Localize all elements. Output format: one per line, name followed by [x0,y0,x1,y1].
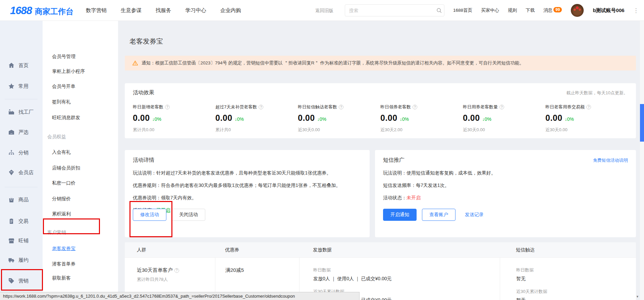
sms-label-yesterday: 昨日数据 [516,267,635,273]
metric-value: 0.00 [215,113,232,123]
scrollbar-track[interactable] [640,21,644,300]
sidebar-item-distribution[interactable]: 分销 [0,148,43,158]
menu-item-acquire-new-customers[interactable]: 获取新客 [52,275,71,282]
sidebar-item-favorites[interactable]: 常用 [0,81,43,91]
status-disabled: 未开启 [407,195,421,200]
close-activity-button[interactable]: 关闭活动 [172,209,205,221]
storefront-icon [8,237,15,244]
warehouse-icon [8,129,15,136]
metric-delta: ↓0% [152,116,161,122]
sms-section-title: 短信推广 [383,157,405,164]
search-input[interactable] [345,8,434,13]
sms-value-yesterday: 暂无 [516,276,635,282]
factory-icon [8,109,15,115]
sidebar-item-member-store[interactable]: 会员店 [0,167,43,178]
message-count-badge: 99 [553,7,562,12]
metric-delta: ↓0% [235,116,244,122]
account-avatar[interactable] [571,4,584,17]
sidebar-item-find-factory[interactable]: 找工厂 [0,107,43,117]
menu-item-member-billing[interactable]: 会员号开单 [52,84,75,90]
metric-delta: ↓0% [482,116,491,122]
menu-item-shopkeeper-miniapp[interactable]: 掌柜上新小程序 [52,68,85,75]
effect-section-title: 活动效果 [133,89,154,96]
menu-item-wangwang-broadcast[interactable]: 旺旺消息群发 [52,115,80,121]
menu-item-checkin-gift[interactable]: 签到有礼 [52,99,71,106]
detail-coupon-rule: 优惠券规则：符合条件的老客在30天内最多领取1次优惠券；每笔订单只能使用1张券，… [133,183,362,189]
sidebar-item-strict-selection[interactable]: 严选 [0,127,43,137]
coupon-name: 满20减5 [225,267,299,273]
link-buyer-center[interactable]: 买家中心 [481,7,499,13]
help-icon[interactable]: ? [259,105,263,109]
free-sms-help-link[interactable]: 免费短信活动说明 [593,157,628,163]
nav-find-services[interactable]: 找服务 [156,7,171,14]
sidebar-item-marketing[interactable]: 营销 [0,276,43,286]
link-download[interactable]: 下载 [526,7,535,13]
help-icon[interactable]: ? [586,105,591,109]
sidebar-item-products[interactable]: 商品 [0,195,43,205]
menu-item-old-customer-coupon[interactable]: 老客发券宝 [52,246,75,252]
menu-item-private-price[interactable]: 私密一口价 [52,180,75,187]
view-account-button[interactable]: 查看账户 [422,209,455,221]
account-name[interactable]: b测试账号006 [593,7,624,14]
logo-1688[interactable]: 1688 商家工作台 [10,5,73,17]
activity-detail-card: 活动详情 玩法说明：针对超过7天未补货的老客发送优惠券，且每种类型老客近30天只… [125,150,370,237]
detail-coupon-note: 优惠券说明：领取7天内有效。 [133,195,362,201]
modify-activity-button[interactable]: 修改活动 [133,209,166,221]
tag-icon [8,278,15,284]
nav-business-advisor[interactable]: 生意参谋 [121,7,142,14]
menu-item-prospect-first-order-coupon[interactable]: 潜客首单券 [52,261,75,268]
primary-sidebar: 首页 常用 找工厂 严选 分销 会员店 商品 交易 旺铺 履约 营销 [0,21,43,300]
metric-value: 0.00 [298,113,315,123]
sidebar-item-shop[interactable]: 旺铺 [0,236,43,246]
search-icon[interactable] [434,7,444,13]
send-record-link[interactable]: 发送记录 [465,212,484,218]
help-icon[interactable]: ? [413,105,417,109]
menu-item-member-account-mgmt[interactable]: 会员号管理 [52,54,75,60]
activity-effect-card: 活动效果 截止昨天数据，每天10点更新。 昨日新增老客数? 0.00↓0% 累计… [125,83,636,138]
link-rules[interactable]: 规则 [508,7,517,13]
link-messages[interactable]: 消息 99 [543,7,562,13]
send-line-yesterday: 发放0人 ｜ 使用0人 ｜ 已成交¥0.00元 [313,276,500,282]
link-1688-home[interactable]: 1688首页 [453,7,472,13]
nav-enterprise-purchase[interactable]: 企业内购 [220,7,241,14]
nav-digital-marketing[interactable]: 数字营销 [86,7,107,14]
menu-item-join-gift[interactable]: 入会有礼 [52,149,71,156]
enable-notification-button[interactable]: 开启通知 [383,209,417,221]
metric-sub: 近30天2.00 [380,127,463,133]
detail-play-description: 玩法说明：针对超过7天未补货的老客发送优惠券，且每种类型老客近30天只能领取1张… [133,170,362,176]
sidebar-item-trade[interactable]: 交易 [0,216,43,226]
help-icon[interactable]: ? [165,105,170,109]
send-label-yesterday: 昨日数据 [313,267,500,273]
scroll-down-arrow-icon[interactable]: ▼ [636,295,639,298]
gem-icon [8,169,15,176]
col-header-send-data: 发放数据 [299,247,500,253]
help-icon[interactable]: ? [339,105,343,109]
sms-reach-cell: 昨日数据 暂无 近30天累计数据 暂无 [500,258,635,300]
metric-value: 0.00 [380,113,397,123]
metric-coupon-gmv: 昨日老客用券交易额? 0.00↓0% 近30天0.00 [545,104,628,133]
top-bar: 1688 商家工作台 数字营销 生意参谋 找服务 学习中心 企业内购 返回旧版 … [0,0,644,21]
scrollbar-thumb[interactable] [640,104,644,142]
sms-status-line: 活动状态：未开启 [383,195,628,201]
help-icon[interactable]: ? [499,105,504,109]
status-url-tooltip: https://work.1688.com/?spm=a2638g.u_6_12… [0,292,360,300]
sms-frequency: 短信发送频率：每7天发送1次。 [383,183,628,189]
warning-icon [132,60,138,66]
metric-sub: 近30天0.00 [545,127,628,133]
menu-item-store-member-discount[interactable]: 店铺会员折扣 [52,165,80,172]
metric-new-customers: 昨日新增老客数? 0.00↓0% 累计共0.00 [133,104,215,133]
search-box [345,4,444,16]
sidebar-item-fulfillment[interactable]: 履约 [0,255,43,265]
more-menu-icon[interactable]: ⋮ [633,7,639,14]
sidebar-item-home[interactable]: 首页 [0,60,43,70]
menu-item-cumulative-rebate[interactable]: 累积返利 [52,211,71,218]
nav-learning-center[interactable]: 学习中心 [185,7,206,14]
sms-promotion-card: 短信推广 免费短信活动说明 玩法说明：使用短信通知老客复购，成本低，效果好。 短… [375,150,636,237]
menu-item-distribution-quote[interactable]: 分销报价 [52,196,71,203]
menu-group-customer-marketing: 客户营销 [47,230,66,236]
back-to-old-version-link[interactable]: 返回旧版 [315,8,333,14]
bag-icon [8,196,15,203]
page-title: 老客发券宝 [129,37,163,46]
table-header-row: 人群 优惠券 发放数据 短信触达 [125,242,636,258]
help-icon[interactable]: ? [174,268,179,273]
